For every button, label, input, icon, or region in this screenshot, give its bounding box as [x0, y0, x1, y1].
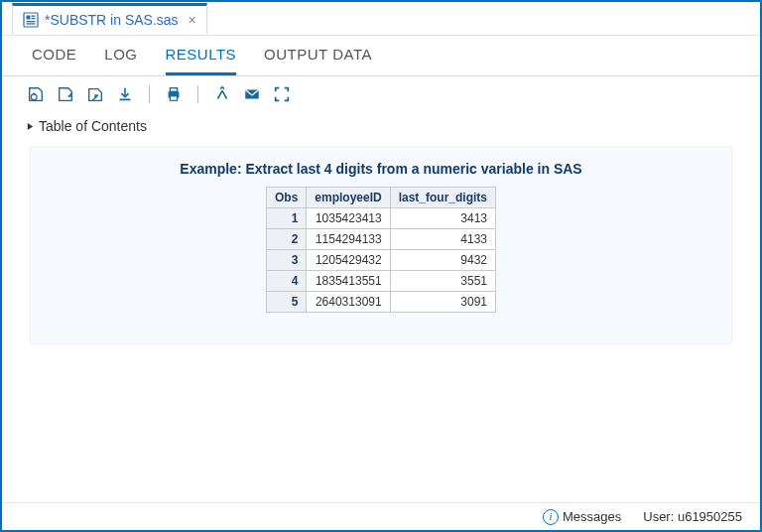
- cell-obs: 2: [266, 229, 306, 250]
- user-label: User:: [643, 509, 678, 524]
- tab-log[interactable]: LOG: [104, 46, 137, 75]
- tab-code[interactable]: CODE: [32, 46, 76, 75]
- export-icon[interactable]: [212, 84, 232, 104]
- info-icon: i: [543, 509, 559, 525]
- print-icon[interactable]: [164, 84, 184, 104]
- email-icon[interactable]: [242, 84, 262, 104]
- svg-point-6: [31, 94, 37, 100]
- svg-rect-9: [170, 96, 177, 101]
- svg-rect-2: [32, 16, 36, 17]
- cell-last4: 3091: [390, 292, 495, 313]
- cell-emp: 1154294133: [307, 229, 390, 250]
- svg-rect-1: [27, 16, 31, 20]
- table-row: 2 1154294133 4133: [266, 229, 495, 250]
- svg-rect-4: [27, 21, 36, 22]
- cell-obs: 3: [266, 250, 306, 271]
- file-tab-bar: *SUBSTR in SAS.sas ×: [2, 2, 760, 36]
- table-of-contents-toggle[interactable]: Table of Contents: [2, 112, 760, 146]
- table-row: 1 1035423413 3413: [266, 208, 495, 229]
- separator: [197, 85, 198, 103]
- user-indicator: User: u61950255: [643, 509, 742, 524]
- new-window-icon[interactable]: [85, 84, 105, 104]
- results-content: Example: Extract last 4 digits from a nu…: [2, 146, 760, 502]
- cell-emp: 1035423413: [307, 208, 390, 229]
- cell-last4: 3413: [390, 208, 495, 229]
- tab-output-data[interactable]: OUTPUT DATA: [264, 46, 372, 75]
- cell-emp: 1205429432: [307, 250, 390, 271]
- cell-emp: 2640313091: [307, 292, 390, 313]
- col-obs: Obs: [266, 188, 306, 208]
- result-panel: Example: Extract last 4 digits from a nu…: [30, 146, 732, 344]
- toc-label: Table of Contents: [39, 118, 147, 134]
- file-tab-label: *SUBSTR in SAS.sas: [45, 12, 179, 28]
- results-toolbar: [2, 76, 760, 112]
- svg-rect-3: [32, 18, 36, 19]
- svg-rect-0: [24, 13, 38, 27]
- svg-rect-8: [170, 88, 177, 92]
- sas-file-icon: [23, 12, 39, 28]
- table-header-row: Obs employeeID last_four_digits: [266, 188, 495, 208]
- cell-obs: 5: [266, 292, 306, 313]
- cell-emp: 1835413551: [307, 271, 390, 292]
- status-bar: i Messages User: u61950255: [2, 502, 760, 530]
- svg-rect-5: [27, 23, 36, 24]
- file-tab[interactable]: *SUBSTR in SAS.sas ×: [12, 3, 207, 34]
- cell-obs: 4: [266, 271, 306, 292]
- caret-right-icon: [26, 118, 35, 134]
- table-row: 3 1205429432 9432: [266, 250, 495, 271]
- table-row: 5 2640313091 3091: [266, 292, 495, 313]
- cell-obs: 1: [266, 208, 306, 229]
- cell-last4: 3551: [390, 271, 495, 292]
- refresh-icon[interactable]: [26, 84, 46, 104]
- download-icon[interactable]: [115, 84, 135, 104]
- close-icon[interactable]: ×: [185, 12, 196, 28]
- result-title: Example: Extract last 4 digits from a nu…: [41, 161, 721, 177]
- separator: [149, 85, 150, 103]
- subtabs: CODE LOG RESULTS OUTPUT DATA: [2, 36, 760, 76]
- fullscreen-icon[interactable]: [272, 84, 292, 104]
- col-last4: last_four_digits: [390, 188, 495, 208]
- col-employeeid: employeeID: [307, 188, 390, 208]
- cell-last4: 9432: [390, 250, 495, 271]
- table-row: 4 1835413551 3551: [266, 271, 495, 292]
- result-table: Obs employeeID last_four_digits 1 103542…: [266, 187, 496, 313]
- tab-results[interactable]: RESULTS: [166, 46, 237, 75]
- messages-label: Messages: [563, 509, 621, 524]
- user-id: u61950255: [678, 509, 742, 524]
- open-file-icon[interactable]: [56, 84, 75, 104]
- cell-last4: 4133: [390, 229, 495, 250]
- messages-button[interactable]: i Messages: [543, 509, 621, 525]
